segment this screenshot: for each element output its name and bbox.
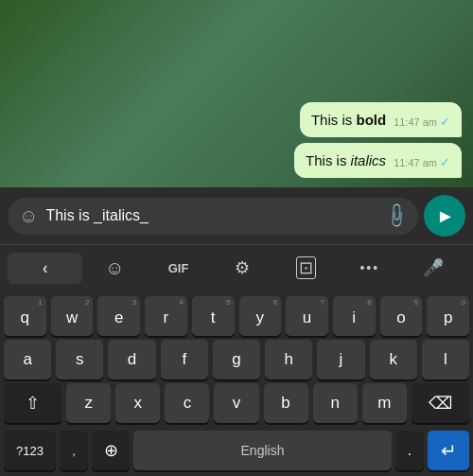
space-key[interactable]: English bbox=[133, 431, 392, 470]
key-l[interactable]: l bbox=[422, 340, 469, 379]
gif-button[interactable]: GIF bbox=[147, 254, 210, 283]
key-row-3: ⇧ z x c v b n m ⌫ bbox=[4, 383, 469, 423]
num-key[interactable]: ?123 bbox=[4, 431, 56, 470]
num-label: ?123 bbox=[16, 444, 44, 458]
message-meta-2: 11:47 am ✓ bbox=[394, 155, 450, 170]
settings-icon: ⚙ bbox=[235, 257, 250, 278]
check-icon-1: ✓ bbox=[440, 115, 450, 129]
message-text-1: This is bold bbox=[311, 110, 386, 130]
space-label: English bbox=[241, 443, 285, 458]
message-bubble-1: This is bold 11:47 am ✓ bbox=[300, 102, 462, 137]
more-icon: ••• bbox=[359, 260, 379, 275]
key-s[interactable]: s bbox=[56, 340, 103, 379]
key-i[interactable]: 8i bbox=[333, 296, 376, 336]
key-m[interactable]: m bbox=[362, 383, 407, 423]
sticker-icon: ☺ bbox=[105, 257, 124, 279]
enter-icon: ↵ bbox=[441, 439, 457, 462]
globe-key[interactable]: ⊕ bbox=[92, 431, 130, 470]
send-icon: ► bbox=[436, 205, 455, 227]
keyboard-toolbar: ‹ ☺ GIF ⚙ ⊡ ••• 🎤 bbox=[0, 244, 473, 291]
shift-icon: ⇧ bbox=[26, 393, 40, 414]
comma-label: , bbox=[72, 444, 76, 458]
keyboard-back-button[interactable]: ‹ bbox=[8, 253, 82, 284]
back-chevron-icon: ‹ bbox=[43, 258, 48, 278]
attach-button[interactable]: 📎 bbox=[381, 201, 411, 230]
settings-button[interactable]: ⚙ bbox=[210, 250, 273, 286]
key-v[interactable]: v bbox=[214, 383, 258, 423]
emoji-button[interactable]: ☺ bbox=[19, 205, 38, 227]
bottom-row: ?123 , ⊕ English . ↵ bbox=[0, 427, 473, 476]
key-h[interactable]: h bbox=[265, 340, 312, 379]
send-button[interactable]: ► bbox=[424, 195, 465, 237]
key-row-1: 1q 2w 3e 4r 5t 6y 7u 8i 9o 0p bbox=[4, 296, 469, 336]
key-y[interactable]: 6y bbox=[239, 296, 282, 336]
key-f[interactable]: f bbox=[161, 340, 208, 379]
key-o[interactable]: 9o bbox=[380, 296, 423, 336]
key-b[interactable]: b bbox=[264, 383, 308, 423]
comma-key[interactable]: , bbox=[60, 431, 88, 470]
check-icon-2: ✓ bbox=[440, 155, 450, 169]
message-text-2: This is italics bbox=[306, 150, 386, 170]
gif-label: GIF bbox=[168, 261, 189, 275]
globe-icon: ⊕ bbox=[104, 440, 118, 461]
enter-key[interactable]: ↵ bbox=[428, 431, 469, 470]
period-key[interactable]: . bbox=[395, 431, 424, 470]
period-label: . bbox=[408, 442, 412, 459]
key-q[interactable]: 1q bbox=[4, 296, 46, 336]
input-bar: ☺ 📎 ► bbox=[0, 187, 473, 244]
mic-icon: 🎤 bbox=[423, 257, 444, 278]
key-g[interactable]: g bbox=[213, 340, 260, 379]
key-x[interactable]: x bbox=[115, 383, 160, 423]
message-time-1: 11:47 am bbox=[394, 116, 437, 128]
message-input[interactable] bbox=[45, 207, 378, 224]
message-time-2: 11:47 am bbox=[394, 157, 437, 168]
key-t[interactable]: 5t bbox=[192, 296, 235, 336]
keyboard: 1q 2w 3e 4r 5t 6y 7u 8i 9o 0p a s d f g … bbox=[0, 291, 473, 427]
key-a[interactable]: a bbox=[4, 340, 51, 379]
shift-key[interactable]: ⇧ bbox=[4, 383, 61, 423]
message-meta-1: 11:47 am ✓ bbox=[394, 115, 450, 130]
key-row-2: a s d f g h j k l bbox=[4, 340, 469, 379]
key-k[interactable]: k bbox=[370, 340, 417, 379]
key-j[interactable]: j bbox=[317, 340, 364, 379]
message-bubble-2: This is italics 11:47 am ✓ bbox=[294, 143, 462, 178]
key-u[interactable]: 7u bbox=[286, 296, 328, 336]
backspace-icon: ⌫ bbox=[429, 393, 452, 414]
key-c[interactable]: c bbox=[165, 383, 209, 423]
translate-button[interactable]: ⊡ bbox=[274, 249, 338, 287]
sticker-button[interactable]: ☺ bbox=[82, 250, 146, 287]
backspace-key[interactable]: ⌫ bbox=[412, 383, 469, 423]
chat-area: This is bold 11:47 am ✓ This is italics … bbox=[0, 0, 473, 187]
key-z[interactable]: z bbox=[66, 383, 111, 423]
key-w[interactable]: 2w bbox=[51, 296, 94, 336]
mic-button[interactable]: 🎤 bbox=[402, 250, 465, 286]
key-d[interactable]: d bbox=[108, 340, 155, 379]
key-e[interactable]: 3e bbox=[97, 296, 140, 336]
key-n[interactable]: n bbox=[313, 383, 358, 423]
translate-icon: ⊡ bbox=[296, 256, 316, 279]
more-button[interactable]: ••• bbox=[338, 253, 401, 283]
key-p[interactable]: 0p bbox=[427, 296, 469, 336]
key-r[interactable]: 4r bbox=[145, 296, 187, 336]
input-wrapper: ☺ 📎 bbox=[8, 198, 418, 235]
